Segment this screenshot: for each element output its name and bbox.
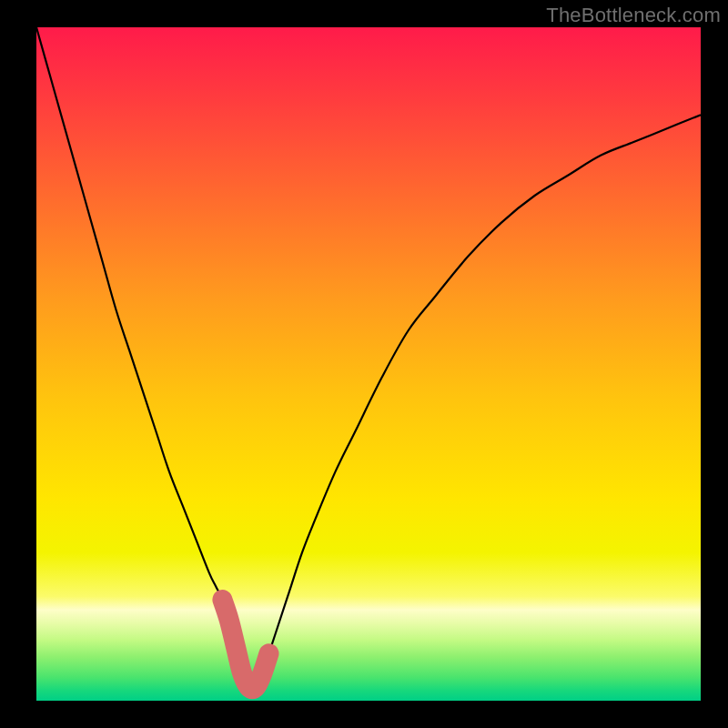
gradient-background <box>36 27 701 701</box>
chart-frame: TheBottleneck.com <box>0 0 728 728</box>
bottleneck-chart <box>36 27 701 701</box>
watermark-text: TheBottleneck.com <box>546 4 721 27</box>
plot-area <box>36 27 701 701</box>
